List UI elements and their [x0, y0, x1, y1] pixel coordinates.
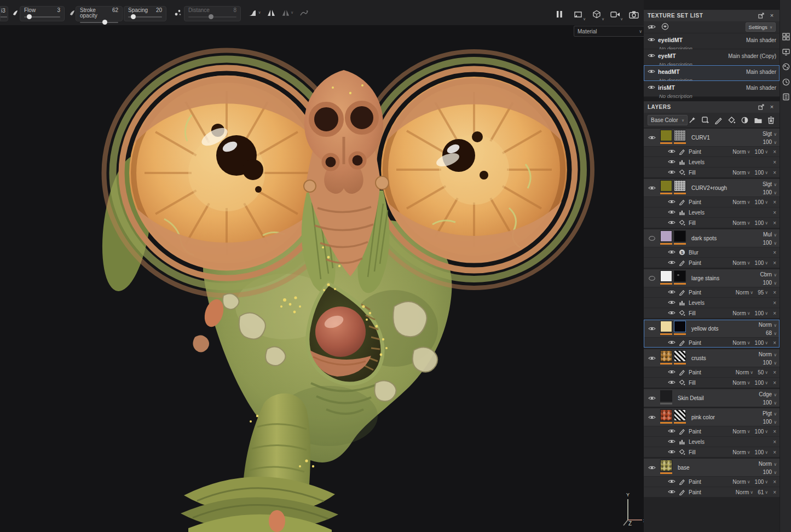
layer-name[interactable]: base: [674, 460, 743, 471]
effect-blend-mode[interactable]: Norm: [732, 170, 746, 176]
shader-settings-icon[interactable]: [781, 62, 790, 71]
layer-thumbnail[interactable]: [674, 321, 686, 335]
layer-row[interactable]: yellow dotsNorm∨68∨: [644, 320, 780, 337]
delete-layer-icon[interactable]: [766, 115, 776, 125]
layer-blend-mode[interactable]: Norm∨: [743, 460, 777, 469]
stroke-opacity-slider[interactable]: [80, 20, 118, 25]
layer-thumbnail[interactable]: [660, 130, 672, 144]
layer-blend-mode[interactable]: Norm∨: [743, 321, 777, 329]
layer-visibility-toggle[interactable]: [648, 390, 660, 403]
solo-texture-set-icon[interactable]: [661, 22, 669, 32]
layer-opacity[interactable]: 100∨: [743, 138, 777, 147]
layer-effect-row[interactable]: PaintNorm∨100∨×: [644, 146, 780, 157]
log-icon[interactable]: [781, 92, 790, 101]
layer-effect-row[interactable]: Levels×: [644, 207, 780, 217]
layer-name[interactable]: yellow dots: [688, 321, 743, 332]
layer-name[interactable]: Skin Detail: [674, 390, 743, 401]
layer-effect-row[interactable]: PaintNorm∨100∨×: [644, 257, 780, 268]
remove-effect-button[interactable]: ×: [773, 159, 776, 165]
layer-blend-mode[interactable]: Cdge∨: [743, 391, 777, 399]
add-smart-material-icon[interactable]: [701, 115, 710, 125]
layer-opacity[interactable]: 100∨: [743, 418, 777, 426]
falloff-curve-button[interactable]: ∨: [247, 8, 262, 18]
effect-visibility-toggle[interactable]: [668, 379, 679, 386]
mesh-display-button[interactable]: ∨: [590, 8, 603, 21]
texture-set-row[interactable]: eyeMTMain shader (Copy)No description: [644, 49, 780, 65]
effect-visibility-toggle[interactable]: [668, 249, 679, 256]
effect-visibility-toggle[interactable]: [668, 449, 679, 456]
effect-visibility-toggle[interactable]: [668, 428, 679, 435]
effect-blend-mode[interactable]: Norm: [732, 149, 746, 155]
remove-effect-button[interactable]: ×: [773, 439, 776, 445]
effect-opacity[interactable]: 100: [755, 260, 764, 266]
effect-opacity[interactable]: 95: [758, 290, 764, 296]
remove-effect-button[interactable]: ×: [773, 250, 776, 256]
layer-opacity[interactable]: 68∨: [743, 329, 777, 338]
effect-visibility-toggle[interactable]: [668, 478, 679, 485]
layer-thumbnail[interactable]: [660, 270, 672, 285]
layer-blend-mode[interactable]: Cbrn∨: [743, 271, 777, 279]
layer-thumbnail[interactable]: [660, 350, 672, 365]
history-icon[interactable]: [781, 77, 790, 86]
add-folder-icon[interactable]: [753, 115, 763, 125]
remove-effect-button[interactable]: ×: [773, 260, 776, 266]
viewport-shading-mode-select[interactable]: Material ∨: [574, 26, 646, 37]
layer-row[interactable]: CURV1Slgt∨100∨: [644, 129, 780, 146]
channel-select[interactable]: Base Color ∨: [648, 115, 688, 125]
texture-set-shader[interactable]: Main shader: [746, 69, 776, 75]
add-paint-layer-icon[interactable]: [714, 115, 723, 125]
layer-thumbnail[interactable]: [674, 180, 686, 194]
effect-blend-mode[interactable]: Norm: [732, 479, 746, 485]
display-settings-icon[interactable]: [781, 47, 790, 56]
layer-row[interactable]: baseNorm∨100∨: [644, 459, 780, 476]
effect-blend-mode[interactable]: Norm: [732, 380, 746, 386]
effect-visibility-toggle[interactable]: [668, 259, 679, 267]
effect-visibility-toggle[interactable]: [668, 299, 679, 307]
layer-name[interactable]: CURV1: [688, 130, 743, 141]
undock-panel-icon[interactable]: [757, 103, 765, 111]
layer-visibility-toggle[interactable]: [648, 130, 660, 143]
layer-thumbnail[interactable]: [660, 409, 672, 424]
layer-effect-row[interactable]: Levels×: [644, 297, 780, 308]
layer-visibility-toggle[interactable]: [648, 180, 660, 193]
effect-blend-mode[interactable]: Norm: [732, 429, 746, 435]
effect-opacity[interactable]: 61: [758, 489, 764, 495]
effect-visibility-toggle[interactable]: [668, 199, 679, 206]
remove-effect-button[interactable]: ×: [773, 300, 776, 306]
undock-panel-icon[interactable]: [757, 12, 765, 20]
effect-visibility-toggle[interactable]: [668, 339, 679, 346]
add-fill-layer-icon[interactable]: [727, 115, 736, 125]
texture-set-row[interactable]: irisMTMain shaderNo description: [644, 81, 780, 97]
layer-name[interactable]: large stains: [688, 270, 743, 281]
assets-grid-icon[interactable]: [781, 32, 790, 41]
effect-blend-mode[interactable]: Norm: [732, 340, 746, 346]
layer-thumbnail[interactable]: [660, 180, 672, 194]
layer-name[interactable]: crusts: [688, 350, 743, 361]
effect-blend-mode[interactable]: Norm: [732, 310, 746, 316]
remove-effect-button[interactable]: ×: [773, 369, 776, 375]
lazy-mouse-icon[interactable]: [299, 8, 309, 18]
brush-size-fragment[interactable]: i3: [0, 6, 8, 21]
effect-visibility-toggle[interactable]: [668, 148, 679, 155]
texture-set-visibility-toggle[interactable]: [648, 35, 655, 45]
remove-effect-button[interactable]: ×: [773, 489, 776, 495]
effect-visibility-toggle[interactable]: [668, 219, 679, 227]
effect-blend-mode[interactable]: Norm: [736, 290, 749, 296]
layer-thumbnail[interactable]: [660, 460, 672, 474]
spacing-value[interactable]: 20: [156, 8, 162, 13]
close-panel-icon[interactable]: ×: [768, 103, 776, 111]
viewport-layout-button[interactable]: ∨: [571, 8, 585, 21]
add-effect-icon[interactable]: [688, 115, 697, 125]
brush-tip-icon[interactable]: [10, 8, 20, 18]
spacing-slider[interactable]: [128, 14, 162, 20]
layer-row[interactable]: dark spotsMul∨100∨: [644, 229, 780, 247]
texture-set-settings-button[interactable]: Settings ∨: [746, 22, 776, 32]
remove-effect-button[interactable]: ×: [773, 380, 776, 386]
remove-effect-button[interactable]: ×: [773, 340, 776, 346]
layer-visibility-toggle[interactable]: [648, 270, 660, 284]
remove-effect-button[interactable]: ×: [773, 149, 776, 155]
effect-visibility-toggle[interactable]: [668, 289, 679, 296]
layer-row[interactable]: crustsNorm∨100∨: [644, 349, 780, 367]
symmetry-button[interactable]: [266, 8, 276, 18]
effect-blend-mode[interactable]: Norm: [736, 369, 749, 375]
